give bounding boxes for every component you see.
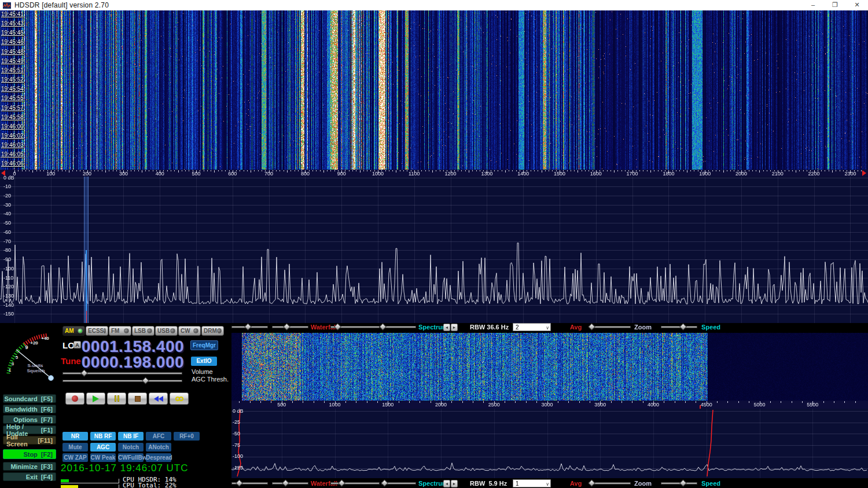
dsp-button-agc-slow[interactable]: AGC Slow bbox=[90, 443, 116, 452]
dsp-button-anotch[interactable]: ANotch bbox=[146, 443, 171, 452]
rf-waterfall-display[interactable] bbox=[0, 10, 868, 170]
record-button[interactable] bbox=[65, 392, 84, 405]
mode-led-icon bbox=[78, 328, 83, 333]
play-button[interactable] bbox=[86, 392, 105, 405]
dsp-button-mute[interactable]: Mute bbox=[62, 443, 88, 452]
window-title: HDSDR [default] version 2.70 bbox=[14, 1, 802, 9]
rewind-button[interactable] bbox=[149, 392, 168, 405]
menu-button-key: [F4] bbox=[41, 474, 53, 480]
dsp-button-cw-peak[interactable]: CW Peak bbox=[90, 453, 116, 462]
 bbox=[117, 395, 119, 402]
menu-button-key: [F3] bbox=[41, 463, 53, 470]
lo-a-button[interactable]: A bbox=[73, 341, 81, 348]
rf-scale-label: 1000 bbox=[372, 171, 384, 177]
exit-button[interactable]: Exit[F4] bbox=[3, 472, 56, 481]
dsp-button-nb-rf[interactable]: NB RF bbox=[90, 432, 116, 441]
rf-waterfall-brightness-slider[interactable] bbox=[231, 324, 268, 331]
waterfall-timestamp: 19:46:02 bbox=[1, 133, 24, 139]
rf-avg-select[interactable]: 2∨ bbox=[513, 323, 551, 331]
extio-button[interactable]: ExtIO bbox=[191, 357, 217, 366]
dsp-button-afc[interactable]: AFC bbox=[146, 432, 171, 441]
mode-button-usb[interactable]: USB bbox=[155, 326, 178, 336]
pause-button[interactable] bbox=[107, 392, 126, 405]
close-button[interactable]: ✕ bbox=[846, 0, 868, 10]
af-spectrum-amplitude-slider[interactable] bbox=[330, 480, 380, 487]
slider-track[interactable] bbox=[62, 380, 182, 382]
slider-handle[interactable] bbox=[283, 323, 290, 331]
loop-button[interactable] bbox=[170, 392, 189, 405]
tune-frequency-display[interactable]: 0000.198.000 bbox=[82, 353, 184, 372]
slider-track[interactable] bbox=[590, 326, 631, 328]
rf-scale-label: 1800 bbox=[663, 171, 674, 177]
af-waterfall-contrast-slider[interactable] bbox=[272, 480, 308, 487]
rf-db-label: -140 bbox=[3, 302, 14, 308]
dsp-button-nr[interactable]: NR bbox=[62, 432, 88, 441]
slider-handle[interactable] bbox=[244, 323, 252, 331]
rf-scale-label: 1200 bbox=[445, 171, 457, 177]
slider-handle[interactable] bbox=[338, 479, 345, 487]
soundcard-button[interactable]: Soundcard[F5] bbox=[3, 394, 56, 403]
dsp-button-despread[interactable]: Despread bbox=[146, 453, 171, 462]
waterfall-timestamp: 19:45:46 bbox=[1, 39, 24, 45]
slider-track[interactable] bbox=[590, 482, 631, 485]
rf-scale-label: 1300 bbox=[481, 171, 492, 177]
rf-waterfall-contrast-slider[interactable] bbox=[272, 324, 308, 331]
af-db-label: -100 bbox=[233, 453, 243, 459]
slider-handle[interactable] bbox=[334, 323, 341, 331]
dsp-button-nb-if[interactable]: NB IF bbox=[118, 432, 144, 441]
slider-handle[interactable] bbox=[679, 323, 687, 331]
restore-button[interactable]: ❐ bbox=[824, 0, 846, 10]
stop-button[interactable] bbox=[128, 392, 147, 405]
slider-handle[interactable] bbox=[679, 479, 687, 487]
mode-button-drm[interactable]: DRM bbox=[201, 326, 224, 336]
rf-rbw-decrease-button[interactable]: ◄ bbox=[443, 324, 450, 331]
rf-zoom-slider[interactable] bbox=[590, 324, 631, 331]
af-spectrum-display[interactable] bbox=[231, 409, 868, 478]
slider-track[interactable] bbox=[381, 326, 416, 328]
slider-handle[interactable] bbox=[381, 479, 388, 487]
mode-button-fm[interactable]: FM bbox=[109, 326, 131, 336]
slider-handle[interactable] bbox=[379, 323, 387, 331]
rf-spectrum-display[interactable] bbox=[0, 177, 868, 323]
slider-track[interactable] bbox=[272, 482, 308, 485]
full-screen-button[interactable]: Full Screen[F11] bbox=[3, 436, 56, 445]
slider-handle[interactable] bbox=[282, 479, 289, 487]
slider-handle[interactable] bbox=[588, 323, 595, 331]
slider-handle[interactable] bbox=[142, 377, 149, 384]
af-waterfall-display[interactable] bbox=[231, 333, 868, 401]
mode-button-ecss[interactable]: ECSS bbox=[86, 326, 108, 336]
mode-button-lsb[interactable]: LSB bbox=[132, 326, 155, 336]
volume-slider[interactable] bbox=[62, 370, 182, 377]
minimize-button[interactable]: – bbox=[802, 0, 824, 10]
mode-button-am[interactable]: AM bbox=[62, 326, 85, 336]
freqmgr-button[interactable]: FreqMgr bbox=[190, 340, 218, 350]
af-db-label: -50 bbox=[233, 431, 240, 436]
af-rbw-increase-button[interactable]: ► bbox=[451, 480, 458, 487]
scale-right-arrow-icon[interactable] bbox=[862, 170, 866, 176]
agc-thresh-slider[interactable] bbox=[62, 377, 182, 384]
dsp-button-cw-zap[interactable]: CW ZAP bbox=[62, 453, 88, 462]
af-spectrum-range-slider[interactable] bbox=[381, 480, 416, 487]
slider-handle[interactable] bbox=[236, 479, 243, 487]
af-rbw-decrease-button[interactable]: ◄ bbox=[443, 480, 450, 487]
stop-button[interactable]: Stop[F2] bbox=[3, 449, 56, 459]
dsp-button-cwfullbw[interactable]: CWFullBw bbox=[118, 453, 144, 462]
rf-spectrum-amplitude-slider[interactable] bbox=[330, 324, 380, 331]
bandwidth-button[interactable]: Bandwidth[F6] bbox=[3, 405, 56, 413]
af-avg-select[interactable]: 1∨ bbox=[513, 479, 551, 487]
dsp-button-rf-plus-0[interactable]: RF+0 bbox=[174, 432, 200, 441]
af-speed-slider[interactable] bbox=[661, 480, 697, 487]
slider-handle[interactable] bbox=[80, 369, 88, 377]
rf-rbw-increase-button[interactable]: ► bbox=[451, 324, 458, 331]
rf-speed-slider[interactable] bbox=[661, 324, 697, 331]
rf-db-label: -60 bbox=[3, 229, 11, 235]
mode-button-cw[interactable]: CW bbox=[178, 326, 201, 336]
af-waterfall-brightness-slider[interactable] bbox=[231, 480, 268, 487]
slider-handle[interactable] bbox=[588, 479, 595, 487]
af-zoom-slider[interactable] bbox=[590, 480, 631, 487]
rf-spectrum-range-slider[interactable] bbox=[381, 324, 416, 331]
s-meter[interactable]: 1 3 5 9 +20 +40 S-units Squelch bbox=[1, 324, 59, 389]
dsp-button-notch[interactable]: Notch bbox=[118, 443, 144, 452]
minimize-button[interactable]: Minimize[F3] bbox=[3, 462, 56, 471]
agc-thresh-label: AGC Thresh. bbox=[192, 376, 229, 383]
